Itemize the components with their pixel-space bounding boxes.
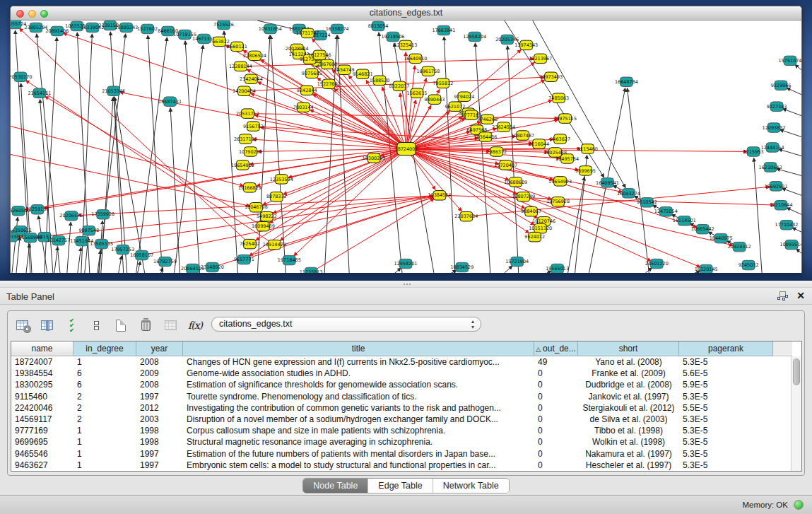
table-cell[interactable]: Disruption of a novel member of a sodium… [183, 414, 534, 425]
table-cell[interactable]: Jankovic et al. (1997) [578, 391, 679, 402]
table-cell[interactable]: 2012 [136, 402, 183, 414]
table-source-dropdown[interactable]: citations_edges.txt ▴▾ [211, 317, 481, 332]
show-columns-button[interactable] [38, 317, 55, 334]
tab-node-table[interactable]: Node Table [303, 479, 368, 493]
table-cell[interactable]: 14569117 [11, 414, 73, 425]
table-row[interactable]: 1872400712008Changes of HCN gene express… [11, 356, 801, 368]
new-column-button[interactable] [112, 317, 129, 334]
table-cell[interactable]: 5.3E-5 [679, 391, 773, 402]
table-cell[interactable]: 9463627 [11, 460, 73, 471]
table-scrollbar-thumb[interactable] [793, 358, 800, 385]
close-panel-icon[interactable]: ✕ [796, 291, 805, 300]
column-header-name[interactable]: name [11, 341, 73, 356]
table-cell[interactable]: 5.3E-5 [679, 425, 773, 436]
table-cell[interactable]: Investigating the contribution of common… [183, 402, 534, 414]
table-cell[interactable]: 19384554 [11, 368, 73, 379]
citation-network-graph[interactable]: 2405572423805294206914061065525716339042… [11, 21, 801, 273]
table-cell[interactable]: 5.3E-5 [679, 436, 773, 448]
table-cell[interactable]: 5.9E-5 [679, 379, 773, 390]
table-cell[interactable]: 2 [73, 414, 136, 425]
table-cell[interactable]: 2009 [136, 368, 183, 379]
table-cell[interactable]: 1998 [136, 436, 183, 448]
table-cell[interactable]: 9465546 [11, 448, 73, 460]
table-cell[interactable]: 18724007 [11, 356, 73, 368]
table-cell[interactable]: 1 [73, 425, 136, 436]
table-vertical-scrollbar[interactable] [791, 356, 801, 471]
table-cell[interactable]: 9699695 [11, 436, 73, 448]
table-cell[interactable]: 0 [534, 460, 578, 471]
table-cell[interactable]: 1997 [136, 448, 183, 460]
memory-status-indicator-icon[interactable] [794, 500, 804, 510]
table-cell[interactable]: 1 [73, 356, 136, 368]
table-cell[interactable]: Estimation of significance thresholds fo… [183, 379, 534, 390]
table-cell[interactable]: Structural magnetic resonance image aver… [183, 436, 534, 448]
table-cell[interactable]: 2003 [136, 414, 183, 425]
table-row[interactable]: 1456911722003Disruption of a novel membe… [11, 414, 801, 425]
float-panel-icon[interactable] [777, 291, 788, 300]
table-row[interactable]: 1938455462009Genome-wide association stu… [11, 368, 801, 379]
table-cell[interactable]: 2 [73, 391, 136, 402]
column-header-title[interactable]: title [183, 341, 534, 356]
table-row[interactable]: 969969511998Structural magnetic resonanc… [11, 436, 801, 448]
table-cell[interactable]: Hescheler et al. (1997) [578, 460, 679, 471]
column-header-short[interactable]: short [578, 341, 679, 356]
table-cell[interactable]: 0 [534, 379, 578, 390]
table-cell[interactable]: de Silva et al. (2003) [578, 414, 679, 425]
table-cell[interactable]: Corpus callosum shape and size in male p… [183, 425, 534, 436]
delete-column-button[interactable] [137, 317, 154, 334]
table-cell[interactable]: 1997 [136, 460, 183, 471]
table-cell[interactable]: 49 [534, 356, 578, 368]
table-cell[interactable]: 6 [73, 379, 136, 390]
panel-splitter[interactable] [0, 281, 812, 288]
table-cell[interactable]: 0 [534, 391, 578, 402]
splitter-grip-icon[interactable] [403, 283, 411, 286]
table-cell[interactable]: Yano et al. (2008) [578, 356, 679, 368]
network-window-titlebar[interactable]: citations_edges.txt [11, 6, 801, 21]
table-cell[interactable]: 1997 [136, 391, 183, 402]
table-cell[interactable]: 5.6E-5 [679, 368, 773, 379]
table-cell[interactable]: Wolkin et al. (1998) [578, 436, 679, 448]
table-cell[interactable]: 5.3E-5 [679, 356, 773, 368]
table-cell[interactable]: 0 [534, 448, 578, 460]
table-cell[interactable]: 0 [534, 402, 578, 414]
network-canvas[interactable]: 2405572423805294206914061065525716339042… [11, 21, 801, 273]
select-all-button[interactable]: ✔✔✔ [63, 317, 80, 334]
table-cell[interactable]: 9115460 [11, 391, 73, 402]
table-cell[interactable]: 2008 [136, 356, 183, 368]
table-cell[interactable]: 0 [534, 414, 578, 425]
table-cell[interactable]: 1998 [136, 425, 183, 436]
table-row[interactable]: 977716911998Corpus callosum shape and si… [11, 425, 801, 436]
tab-network-table[interactable]: Network Table [433, 479, 509, 493]
table-settings-button[interactable] [13, 317, 30, 334]
table-cell[interactable]: Nakamura et al. (1997) [578, 448, 679, 460]
table-cell[interactable]: 5.3E-5 [679, 414, 773, 425]
table-row[interactable]: 911546021997Tourette syndrome. Phenomeno… [11, 391, 801, 402]
table-cell[interactable]: 5.5E-5 [679, 402, 773, 414]
function-builder-button[interactable]: f(x) [187, 317, 204, 334]
table-cell[interactable]: 0 [534, 425, 578, 436]
table-cell[interactable]: 6 [73, 368, 136, 379]
table-cell[interactable]: 2 [73, 402, 136, 414]
table-cell[interactable]: 1 [73, 460, 136, 471]
table-cell[interactable]: Estimation of the future numbers of pati… [183, 448, 534, 460]
table-cell[interactable]: 18300295 [11, 379, 73, 390]
table-cell[interactable]: Changes of HCN gene expression and I(f) … [183, 356, 534, 368]
table-cell[interactable]: Franke et al. (2009) [578, 368, 679, 379]
column-header-pagerank[interactable]: pagerank [679, 341, 773, 356]
table-cell[interactable]: 2008 [136, 379, 183, 390]
table-cell[interactable]: 0 [534, 436, 578, 448]
table-cell[interactable]: Tibbo et al. (1998) [578, 425, 679, 436]
table-cell[interactable]: 5.3E-5 [679, 460, 773, 471]
table-row[interactable]: 2242004622012Investigating the contribut… [11, 402, 801, 414]
table-cell[interactable]: 0 [534, 368, 578, 379]
column-header-out_de[interactable]: △out_de... [534, 341, 578, 356]
table-row[interactable]: 946554611997Estimation of the future num… [11, 448, 801, 460]
table-cell[interactable]: 1 [73, 436, 136, 448]
table-cell[interactable]: 1 [73, 448, 136, 460]
table-cell[interactable]: 22420046 [11, 402, 73, 414]
table-row[interactable]: 946362711997Embryonic stem cells: a mode… [11, 460, 801, 471]
table-cell[interactable]: Stergiakouli et al. (2012) [578, 402, 679, 414]
table-cell[interactable]: Tourette syndrome. Phenomenology and cla… [183, 391, 534, 402]
table-cell[interactable]: Dudbridge et al. (2008) [578, 379, 679, 390]
column-header-year[interactable]: year [136, 341, 183, 356]
